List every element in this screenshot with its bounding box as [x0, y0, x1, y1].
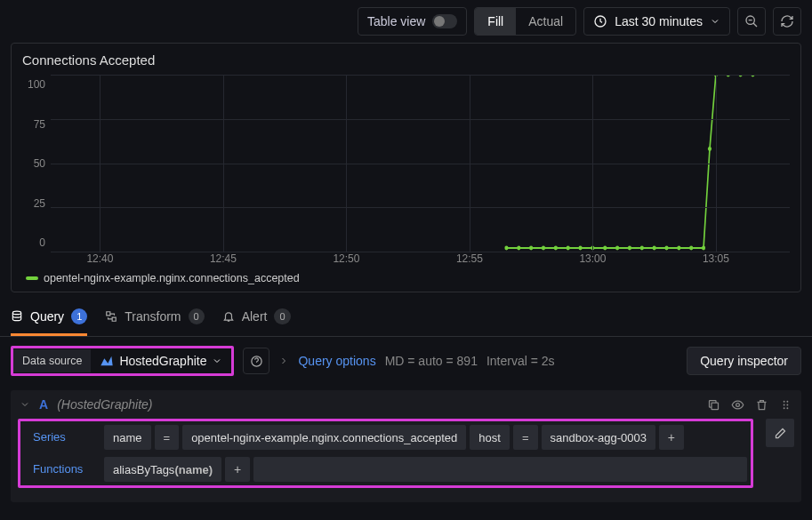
time-range-text: Last 30 minutes [615, 14, 703, 28]
tag-host-key[interactable]: host [470, 425, 510, 450]
svg-point-4 [529, 246, 533, 251]
time-range-picker[interactable]: Last 30 minutes [583, 7, 730, 36]
functions-row: Functions aliasByTags(name) + [20, 453, 751, 485]
legend-label: opentel-nginx-example.nginx.connections_… [44, 272, 300, 284]
question-icon [250, 355, 263, 368]
series-row: Series name = opentel-nginx-example.ngin… [20, 421, 751, 453]
query-editor: A (HostedGraphite) Series name = opentel… [11, 390, 801, 502]
datasource-select[interactable]: HostedGraphite [91, 348, 231, 373]
datasource-help[interactable] [243, 348, 269, 374]
svg-point-12 [628, 246, 631, 251]
table-view-toggle[interactable]: Table view [358, 7, 467, 36]
svg-point-7 [567, 246, 570, 251]
tag-name-op[interactable]: = [155, 425, 180, 450]
zoom-out-button[interactable] [737, 7, 766, 36]
tab-query[interactable]: Query 1 [11, 300, 87, 336]
chevron-down-icon[interactable] [20, 399, 30, 410]
query-options[interactable]: Query options MD = auto = 891 Interval =… [278, 354, 554, 368]
fill-actual-segment: Fill Actual [474, 7, 576, 36]
tag-name-value[interactable]: opentel-nginx-example.nginx.connections_… [182, 425, 466, 450]
svg-point-30 [784, 404, 785, 405]
svg-point-3 [517, 246, 520, 251]
query-source: (HostedGraphite) [57, 397, 152, 412]
tab-alert[interactable]: Alert 0 [222, 300, 291, 336]
svg-point-10 [603, 246, 607, 251]
function-args: (name) [174, 463, 213, 476]
chevron-down-icon [710, 16, 720, 27]
panel-title: Connections Accepted [22, 52, 790, 68]
editor-tabs: Query 1 Transform 0 Alert 0 [0, 300, 812, 337]
add-tag-button[interactable]: + [659, 425, 684, 450]
toggle-switch[interactable] [432, 14, 457, 28]
svg-point-13 [640, 246, 644, 251]
trash-icon[interactable] [755, 398, 768, 412]
series-row-label: Series [24, 425, 100, 450]
tab-query-label: Query [30, 309, 64, 324]
svg-point-17 [689, 246, 693, 251]
chart-panel: Connections Accepted 1007550250 12:4012:… [11, 43, 801, 292]
svg-point-6 [554, 246, 558, 251]
pencil-icon [774, 427, 787, 440]
fill-option[interactable]: Fill [475, 8, 516, 35]
svg-point-29 [786, 400, 788, 402]
chart-area: 1007550250 [22, 75, 790, 252]
svg-point-33 [786, 407, 788, 409]
tab-transform[interactable]: Transform 0 [105, 300, 204, 336]
panel-toolbar: Table view Fill Actual Last 30 minutes [0, 0, 812, 43]
datasource-value: HostedGraphite [119, 354, 206, 368]
tab-alert-label: Alert [242, 309, 268, 324]
refresh-icon [780, 14, 794, 28]
svg-point-24 [12, 311, 20, 315]
query-options-interval: Interval = 2s [486, 354, 555, 368]
query-inspector-button[interactable]: Query inspector [687, 347, 801, 375]
svg-point-32 [784, 407, 785, 409]
svg-rect-26 [712, 403, 719, 410]
transform-icon [105, 310, 117, 323]
tab-query-count: 1 [71, 308, 87, 324]
row-spacer [253, 457, 747, 482]
bell-icon [222, 310, 235, 323]
query-ref-id[interactable]: A [39, 397, 48, 412]
tab-transform-count: 0 [189, 308, 205, 324]
svg-point-14 [653, 246, 656, 251]
svg-point-11 [615, 246, 619, 251]
query-options-md: MD = auto = 891 [385, 354, 478, 368]
datasource-label: Data source [13, 349, 91, 372]
graphite-icon [100, 354, 114, 368]
svg-point-15 [664, 246, 668, 251]
refresh-button[interactable] [773, 7, 801, 36]
datasource-picker-highlight: Data source HostedGraphite [11, 346, 234, 376]
svg-point-5 [542, 246, 545, 251]
query-header: A (HostedGraphite) [11, 390, 801, 419]
zoom-out-icon [744, 14, 759, 28]
eye-icon[interactable] [731, 398, 744, 412]
copy-icon[interactable] [707, 398, 720, 412]
query-options-label: Query options [298, 354, 375, 368]
tag-host-op[interactable]: = [513, 425, 538, 450]
datasource-row: Data source HostedGraphite Query options… [0, 337, 812, 385]
actual-option[interactable]: Actual [516, 8, 575, 35]
svg-point-16 [677, 246, 680, 251]
tag-name-key[interactable]: name [104, 425, 151, 450]
svg-point-27 [736, 403, 740, 406]
svg-point-19 [708, 147, 712, 151]
database-icon [11, 310, 23, 323]
tag-host-value[interactable]: sandbox-agg-0003 [542, 425, 655, 450]
tab-alert-count: 0 [274, 308, 290, 324]
function-segment[interactable]: aliasByTags(name) [104, 457, 221, 482]
query-body-highlight: Series name = opentel-nginx-example.ngin… [18, 419, 753, 488]
svg-point-28 [784, 400, 785, 402]
table-view-label: Table view [367, 14, 425, 28]
svg-point-31 [786, 404, 788, 405]
svg-point-2 [504, 246, 508, 251]
toggle-text-edit-button[interactable] [766, 419, 794, 447]
chevron-down-icon [212, 356, 222, 366]
chevron-right-icon [278, 356, 289, 366]
svg-point-18 [702, 246, 705, 251]
drag-handle-icon[interactable] [779, 398, 792, 412]
y-axis: 1007550250 [22, 75, 51, 252]
add-function-button[interactable]: + [225, 457, 250, 482]
x-axis: 12:4012:4512:5012:5513:0013:05 [51, 252, 790, 267]
chart-legend[interactable]: opentel-nginx-example.nginx.connections_… [26, 272, 790, 284]
plot-area[interactable] [51, 75, 790, 252]
